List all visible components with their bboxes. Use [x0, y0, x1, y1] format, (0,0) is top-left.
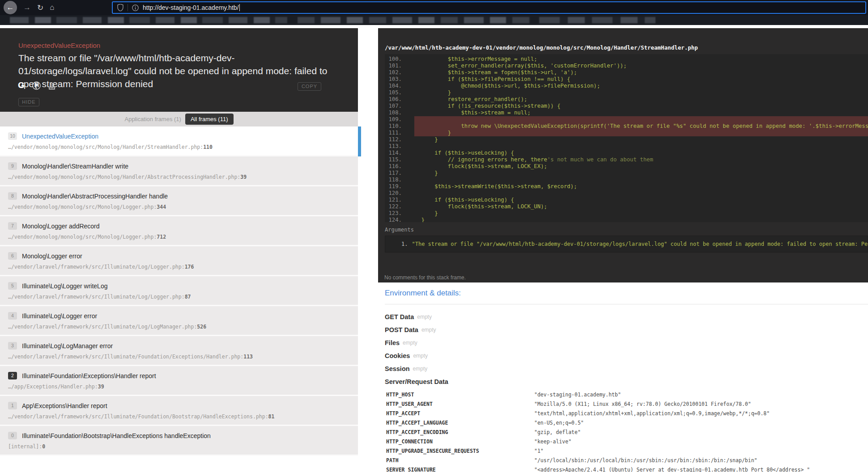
shield-icon[interactable] — [117, 4, 123, 11]
frame-path-text: …/vendor/laravel/framework/src/Illuminat… — [8, 264, 185, 270]
google-search-icon[interactable]: G — [18, 80, 25, 90]
line-number: 117. — [385, 170, 408, 177]
code-line: 117. } — [385, 170, 868, 177]
code-line: 121. if ($this->useLocking) { — [385, 197, 868, 203]
line-number: 120. — [385, 190, 408, 197]
frame-line-number: 81 — [268, 413, 275, 420]
server-data-key: HTTP_USER_AGENT — [385, 401, 534, 407]
exception-message: The stream or file "/var/www/html/htb-ac… — [18, 51, 340, 90]
line-code: // ignoring errors here, there's not muc… — [408, 156, 653, 163]
url-input[interactable]: http://dev-staging-01.academy.htb/ — [143, 4, 239, 11]
line-code: if ($this->useLocking) { — [408, 150, 514, 156]
line-code: restore_error_handler(); — [408, 96, 528, 103]
code-line: 102. $this->stream = fopen($this->url, '… — [385, 69, 868, 76]
stack-frame-row[interactable]: 3 Illuminate\Log\LogManager error …/vend… — [0, 336, 358, 366]
frame-path-text: …/vendor/laravel/framework/src/Illuminat… — [8, 413, 268, 420]
tab-application-frames[interactable]: Application frames (1) — [124, 116, 181, 122]
arguments-label: Arguments — [385, 227, 414, 233]
stack-frame-row[interactable]: 7 Monolog\Logger addRecord …/vendor/mono… — [0, 216, 358, 246]
home-button[interactable]: ⌂ — [50, 3, 54, 12]
tab-all-frames[interactable]: All frames (11) — [185, 114, 234, 125]
frame-file-path: …/vendor/laravel/framework/src/Illuminat… — [8, 324, 350, 330]
code-section: /var/www/html/htb-academy-dev-01/vendor/… — [378, 28, 868, 282]
server-data-value: "gzip, deflate" — [534, 429, 581, 435]
stack-frame-row[interactable]: 2 Illuminate\Foundation\Exceptions\Handl… — [0, 366, 358, 396]
line-number: 114. — [385, 150, 408, 156]
code-line: 110. throw new \UnexpectedValueException… — [385, 123, 868, 130]
stack-frame-row[interactable]: 5 Illuminate\Log\Logger writeLog …/vendo… — [0, 276, 358, 306]
code-line: 120. — [385, 190, 868, 197]
frame-file-path: …/vendor/laravel/framework/src/Illuminat… — [8, 354, 350, 360]
stack-frames-list: 10 UnexpectedValueException …/vendor/mon… — [0, 126, 361, 472]
stack-frame-row[interactable]: 0 Illuminate\Foundation\Bootstrap\Handle… — [0, 426, 358, 456]
code-viewer[interactable]: 100. $this->errorMessage = null; 101. se… — [385, 54, 868, 222]
browser-toolbar: ← → ↻ ⌂ http://dev-staging-01.academy.ht… — [0, 0, 868, 15]
environment-details-link[interactable]: Environment & details: — [385, 289, 461, 298]
forward-button[interactable]: → — [23, 3, 31, 12]
url-bar-divider — [128, 4, 128, 11]
server-data-key: HTTP_HOST — [385, 392, 534, 398]
server-data-key: SERVER_SIGNATURE — [385, 467, 534, 472]
code-line: 112. } — [385, 136, 868, 143]
stackoverflow-search-icon[interactable] — [48, 81, 56, 90]
environment-list: GET Data empty POST Data empty Files emp… — [385, 310, 868, 388]
frame-line-number: 0 — [42, 443, 45, 450]
frame-file-path: …/app/Exceptions/Handler.php:39 — [8, 384, 350, 390]
text-caret — [239, 4, 240, 11]
reload-button[interactable]: ↻ — [37, 3, 43, 13]
stack-frame-row[interactable]: 1 App\Exceptions\Handler report …/vendor… — [0, 396, 358, 426]
frame-title: Monolog\Logger error — [22, 253, 82, 260]
line-code: $this->errorMessage = null; — [408, 56, 537, 63]
hide-button[interactable]: HIDE — [18, 98, 39, 106]
stack-frame-row[interactable]: 10 UnexpectedValueException …/vendor/mon… — [0, 126, 358, 156]
stack-panel: UnexpectedValueException The stream or f… — [0, 28, 361, 472]
stack-frame-row[interactable]: 6 Monolog\Logger error …/vendor/laravel/… — [0, 246, 358, 276]
line-number: 115. — [385, 156, 408, 163]
environment-row-label: Session — [385, 365, 410, 372]
url-bar[interactable]: http://dev-staging-01.academy.htb/ — [112, 1, 866, 14]
frame-file-path: …/vendor/laravel/framework/src/Illuminat… — [8, 413, 350, 420]
frame-number-badge: 3 — [8, 342, 17, 350]
frame-line-number: 39 — [98, 384, 104, 390]
line-number: 119. — [385, 183, 408, 190]
environment-row: Cookies empty — [385, 349, 868, 362]
line-number: 123. — [385, 210, 408, 217]
line-number: 106. — [385, 96, 408, 103]
stack-frame-row[interactable]: 8 Monolog\Handler\AbstractProcessingHand… — [0, 186, 358, 216]
server-data-value: "en-US,en;q=0.5" — [534, 420, 584, 426]
frame-title: Monolog\Handler\AbstractProcessingHandle… — [22, 193, 168, 200]
frame-file-path: …/vendor/monolog/monolog/src/Monolog/Han… — [8, 144, 350, 150]
environment-row-label: Server/Request Data — [385, 378, 448, 385]
back-button[interactable]: ← — [4, 1, 17, 14]
line-number: 124. — [385, 217, 408, 222]
exception-header: UnexpectedValueException The stream or f… — [0, 28, 358, 112]
blurred-bookmarks — [298, 17, 530, 23]
server-data-key: HTTP_ACCEPT — [385, 410, 534, 417]
line-code: $this->stream = null; — [408, 110, 531, 116]
line-number: 116. — [385, 163, 408, 170]
server-data-value: "/usr/local/sbin:/usr/local/bin:/usr/sbi… — [534, 457, 757, 464]
frame-file-path: …/vendor/monolog/monolog/src/Monolog/Log… — [8, 234, 350, 240]
stack-frame-row[interactable]: 4 Illuminate\Log\Logger error …/vendor/l… — [0, 306, 358, 336]
frame-number-badge: 5 — [8, 282, 17, 290]
code-line: 124. } — [385, 217, 868, 222]
server-data-value: "text/html,application/xhtml+xml,applica… — [534, 410, 770, 417]
frame-path-text: …/vendor/monolog/monolog/src/Monolog/Log… — [8, 234, 157, 240]
environment-row-empty: empty — [413, 366, 428, 372]
copy-button[interactable]: COPY — [298, 82, 321, 91]
line-code: throw new \UnexpectedValueException(spri… — [408, 123, 868, 130]
frame-number-badge: 9 — [8, 162, 17, 170]
environment-row-label: Files — [385, 339, 400, 346]
server-data-row: HTTP_UPGRADE_INSECURE_REQUESTS "1" — [385, 446, 868, 455]
frames-tab-bar: Application frames (1) All frames (11) — [0, 112, 358, 126]
site-info-icon[interactable] — [132, 4, 139, 11]
duckduckgo-search-icon[interactable] — [32, 81, 41, 90]
code-line: 116. flock($this->stream, LOCK_EX); — [385, 163, 868, 170]
stack-frame-row[interactable]: 9 Monolog\Handler\StreamHandler write …/… — [0, 156, 358, 186]
line-number: 111. — [385, 130, 408, 136]
frame-path-text: …/vendor/monolog/monolog/src/Monolog/Han… — [8, 144, 203, 150]
frame-number-badge: 2 — [8, 372, 17, 379]
code-line: 115. // ignoring errors here, there's no… — [385, 156, 868, 163]
line-code: $this->streamWrite($this->stream, $recor… — [408, 183, 577, 190]
frame-title: Illuminate\Log\LogManager error — [22, 342, 113, 350]
